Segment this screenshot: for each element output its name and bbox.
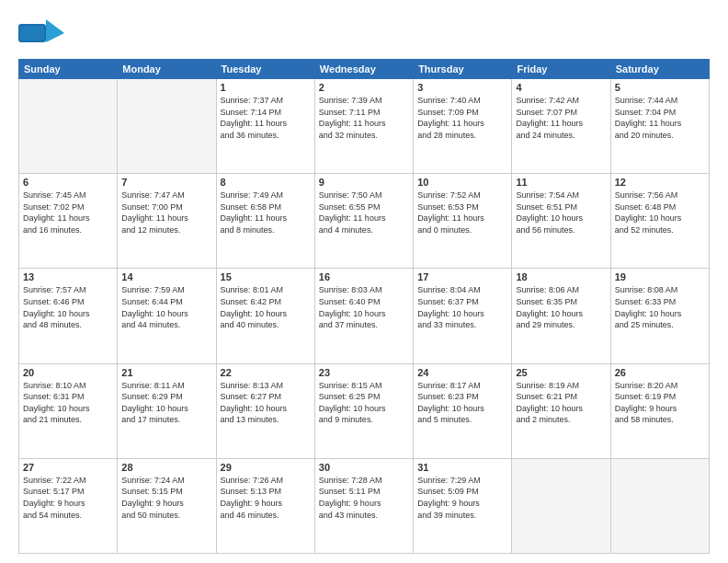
day-number: 2	[319, 82, 409, 93]
page: SundayMondayTuesdayWednesdayThursdayFrid…	[0, 0, 728, 563]
calendar-cell: 27Sunrise: 7:22 AM Sunset: 5:17 PM Dayli…	[19, 458, 118, 553]
calendar-cell	[610, 458, 709, 553]
logo	[18, 15, 68, 52]
day-number: 31	[417, 462, 507, 473]
day-info: Sunrise: 7:37 AM Sunset: 7:14 PM Dayligh…	[221, 95, 311, 141]
day-info: Sunrise: 8:11 AM Sunset: 6:29 PM Dayligh…	[121, 380, 211, 426]
day-number: 9	[319, 177, 409, 188]
calendar-week-row: 6Sunrise: 7:45 AM Sunset: 7:02 PM Daylig…	[19, 174, 710, 269]
calendar-cell: 8Sunrise: 7:49 AM Sunset: 6:58 PM Daylig…	[216, 174, 314, 269]
calendar-cell: 1Sunrise: 7:37 AM Sunset: 7:14 PM Daylig…	[216, 79, 314, 174]
svg-marker-1	[46, 19, 64, 42]
day-info: Sunrise: 7:40 AM Sunset: 7:09 PM Dayligh…	[417, 95, 507, 141]
calendar-cell: 14Sunrise: 7:59 AM Sunset: 6:44 PM Dayli…	[118, 269, 216, 363]
calendar-cell: 19Sunrise: 8:08 AM Sunset: 6:33 PM Dayli…	[610, 269, 709, 363]
day-info: Sunrise: 7:47 AM Sunset: 7:00 PM Dayligh…	[121, 190, 211, 236]
day-info: Sunrise: 8:20 AM Sunset: 6:19 PM Dayligh…	[615, 380, 705, 426]
day-number: 22	[221, 367, 311, 378]
day-info: Sunrise: 7:24 AM Sunset: 5:15 PM Dayligh…	[121, 475, 211, 521]
day-info: Sunrise: 7:44 AM Sunset: 7:04 PM Dayligh…	[615, 95, 705, 141]
calendar-day-header: Wednesday	[314, 60, 413, 79]
day-info: Sunrise: 7:26 AM Sunset: 5:13 PM Dayligh…	[221, 475, 311, 521]
day-info: Sunrise: 8:15 AM Sunset: 6:25 PM Dayligh…	[319, 380, 409, 426]
day-info: Sunrise: 7:28 AM Sunset: 5:11 PM Dayligh…	[319, 475, 409, 521]
calendar-cell: 10Sunrise: 7:52 AM Sunset: 6:53 PM Dayli…	[414, 174, 512, 269]
day-number: 25	[516, 367, 606, 378]
day-number: 20	[23, 367, 113, 378]
day-number: 10	[417, 177, 507, 188]
calendar-cell: 13Sunrise: 7:57 AM Sunset: 6:46 PM Dayli…	[19, 269, 118, 363]
calendar-cell: 2Sunrise: 7:39 AM Sunset: 7:11 PM Daylig…	[314, 79, 413, 174]
calendar-cell: 5Sunrise: 7:44 AM Sunset: 7:04 PM Daylig…	[610, 79, 709, 174]
day-number: 12	[615, 177, 705, 188]
calendar-day-header: Monday	[118, 60, 216, 79]
calendar-cell: 22Sunrise: 8:13 AM Sunset: 6:27 PM Dayli…	[216, 363, 314, 458]
calendar-cell	[118, 79, 216, 174]
svg-rect-2	[20, 26, 44, 40]
day-info: Sunrise: 8:08 AM Sunset: 6:33 PM Dayligh…	[615, 284, 705, 330]
calendar-cell: 16Sunrise: 8:03 AM Sunset: 6:40 PM Dayli…	[314, 269, 413, 363]
calendar-cell	[19, 79, 118, 174]
calendar-cell: 20Sunrise: 8:10 AM Sunset: 6:31 PM Dayli…	[19, 363, 118, 458]
day-info: Sunrise: 8:13 AM Sunset: 6:27 PM Dayligh…	[221, 380, 311, 426]
calendar-cell: 4Sunrise: 7:42 AM Sunset: 7:07 PM Daylig…	[512, 79, 610, 174]
calendar-cell: 9Sunrise: 7:50 AM Sunset: 6:55 PM Daylig…	[314, 174, 413, 269]
day-number: 1	[221, 82, 311, 93]
header	[18, 15, 710, 52]
calendar-table: SundayMondayTuesdayWednesdayThursdayFrid…	[18, 59, 710, 554]
day-info: Sunrise: 7:50 AM Sunset: 6:55 PM Dayligh…	[319, 190, 409, 236]
calendar-cell	[512, 458, 610, 553]
calendar-cell: 29Sunrise: 7:26 AM Sunset: 5:13 PM Dayli…	[216, 458, 314, 553]
day-info: Sunrise: 7:39 AM Sunset: 7:11 PM Dayligh…	[319, 95, 409, 141]
day-info: Sunrise: 8:01 AM Sunset: 6:42 PM Dayligh…	[221, 284, 311, 330]
day-number: 3	[417, 82, 507, 93]
day-number: 7	[121, 177, 211, 188]
day-number: 30	[319, 462, 409, 473]
calendar-cell: 21Sunrise: 8:11 AM Sunset: 6:29 PM Dayli…	[118, 363, 216, 458]
calendar-week-row: 27Sunrise: 7:22 AM Sunset: 5:17 PM Dayli…	[19, 458, 710, 553]
calendar-day-header: Friday	[512, 60, 610, 79]
day-info: Sunrise: 8:19 AM Sunset: 6:21 PM Dayligh…	[516, 380, 606, 426]
day-info: Sunrise: 7:45 AM Sunset: 7:02 PM Dayligh…	[23, 190, 113, 236]
day-number: 18	[516, 271, 606, 282]
calendar-cell: 7Sunrise: 7:47 AM Sunset: 7:00 PM Daylig…	[118, 174, 216, 269]
calendar-cell: 17Sunrise: 8:04 AM Sunset: 6:37 PM Dayli…	[414, 269, 512, 363]
calendar-cell: 26Sunrise: 8:20 AM Sunset: 6:19 PM Dayli…	[610, 363, 709, 458]
calendar-cell: 30Sunrise: 7:28 AM Sunset: 5:11 PM Dayli…	[314, 458, 413, 553]
day-info: Sunrise: 8:03 AM Sunset: 6:40 PM Dayligh…	[319, 284, 409, 330]
calendar-day-header: Tuesday	[216, 60, 314, 79]
day-number: 17	[417, 271, 507, 282]
calendar-cell: 31Sunrise: 7:29 AM Sunset: 5:09 PM Dayli…	[414, 458, 512, 553]
calendar-header-row: SundayMondayTuesdayWednesdayThursdayFrid…	[19, 60, 710, 79]
calendar-cell: 18Sunrise: 8:06 AM Sunset: 6:35 PM Dayli…	[512, 269, 610, 363]
day-info: Sunrise: 7:54 AM Sunset: 6:51 PM Dayligh…	[516, 190, 606, 236]
logo-icon	[18, 15, 64, 52]
calendar-week-row: 1Sunrise: 7:37 AM Sunset: 7:14 PM Daylig…	[19, 79, 710, 174]
calendar-day-header: Sunday	[19, 60, 118, 79]
calendar-cell: 28Sunrise: 7:24 AM Sunset: 5:15 PM Dayli…	[118, 458, 216, 553]
calendar-day-header: Saturday	[610, 60, 709, 79]
calendar-cell: 25Sunrise: 8:19 AM Sunset: 6:21 PM Dayli…	[512, 363, 610, 458]
day-number: 29	[221, 462, 311, 473]
day-number: 13	[23, 271, 113, 282]
day-info: Sunrise: 8:06 AM Sunset: 6:35 PM Dayligh…	[516, 284, 606, 330]
day-number: 24	[417, 367, 507, 378]
calendar-cell: 15Sunrise: 8:01 AM Sunset: 6:42 PM Dayli…	[216, 269, 314, 363]
calendar-cell: 11Sunrise: 7:54 AM Sunset: 6:51 PM Dayli…	[512, 174, 610, 269]
day-info: Sunrise: 7:49 AM Sunset: 6:58 PM Dayligh…	[221, 190, 311, 236]
day-number: 21	[121, 367, 211, 378]
day-number: 11	[516, 177, 606, 188]
day-number: 14	[121, 271, 211, 282]
calendar-cell: 23Sunrise: 8:15 AM Sunset: 6:25 PM Dayli…	[314, 363, 413, 458]
calendar-week-row: 13Sunrise: 7:57 AM Sunset: 6:46 PM Dayli…	[19, 269, 710, 363]
day-info: Sunrise: 7:42 AM Sunset: 7:07 PM Dayligh…	[516, 95, 606, 141]
calendar-cell: 12Sunrise: 7:56 AM Sunset: 6:48 PM Dayli…	[610, 174, 709, 269]
day-info: Sunrise: 7:59 AM Sunset: 6:44 PM Dayligh…	[121, 284, 211, 330]
day-info: Sunrise: 7:22 AM Sunset: 5:17 PM Dayligh…	[23, 475, 113, 521]
day-info: Sunrise: 8:10 AM Sunset: 6:31 PM Dayligh…	[23, 380, 113, 426]
day-number: 8	[221, 177, 311, 188]
calendar-cell: 3Sunrise: 7:40 AM Sunset: 7:09 PM Daylig…	[414, 79, 512, 174]
day-info: Sunrise: 8:17 AM Sunset: 6:23 PM Dayligh…	[417, 380, 507, 426]
calendar-day-header: Thursday	[414, 60, 512, 79]
day-number: 16	[319, 271, 409, 282]
